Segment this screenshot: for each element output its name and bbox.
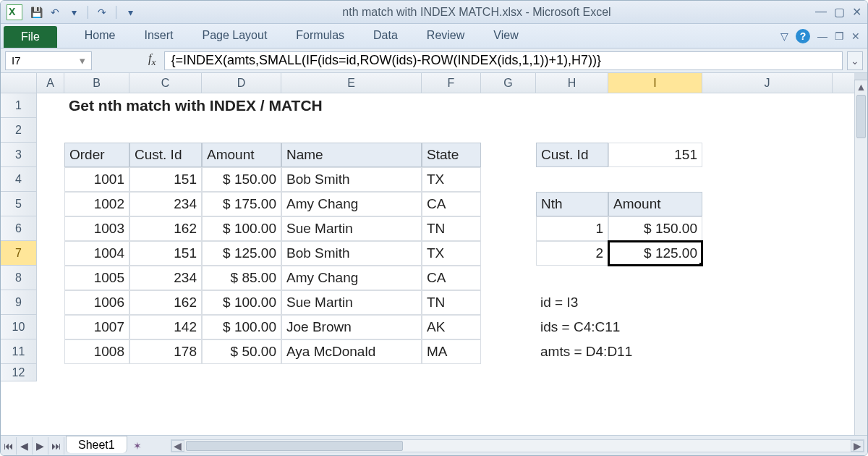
sheet-tab-sheet1[interactable]: Sheet1 — [66, 436, 127, 453]
minimize-icon[interactable]: — — [815, 5, 827, 19]
hscroll-thumb[interactable] — [186, 441, 403, 451]
tab-view[interactable]: View — [479, 25, 532, 48]
cell-D8[interactable]: $ 85.00 — [202, 266, 281, 290]
sheet-nav-prev-icon[interactable]: ◀ — [17, 437, 33, 455]
cell-G10[interactable] — [481, 315, 536, 339]
lookup-custid-value[interactable]: 151 — [608, 143, 702, 167]
header-state[interactable]: State — [422, 143, 481, 167]
cell-C9[interactable]: 162 — [129, 290, 202, 315]
cell-B11[interactable]: 1008 — [64, 339, 129, 364]
cell-A6[interactable] — [37, 216, 64, 241]
amount-label[interactable]: Amount — [608, 192, 702, 216]
cells-area[interactable]: Get nth match with INDEX / MATCH Order C… — [37, 93, 854, 436]
redo-icon[interactable]: ↷ — [94, 4, 110, 20]
tab-insert[interactable]: Insert — [129, 25, 187, 48]
col-header-J[interactable]: J — [702, 73, 833, 93]
cell-F8[interactable]: CA — [422, 266, 481, 290]
undo-icon[interactable]: ↶ — [47, 4, 63, 20]
col-header-C[interactable]: C — [129, 73, 202, 93]
vertical-scrollbar[interactable]: ▲ — [854, 73, 867, 436]
cell-G11[interactable] — [481, 339, 536, 364]
row-header-1[interactable]: 1 — [1, 93, 36, 118]
cell-E10[interactable]: Joe Brown — [281, 315, 422, 339]
nth-label[interactable]: Nth — [536, 192, 608, 216]
sheet-nav-last-icon[interactable]: ⏭ — [48, 437, 64, 455]
cell-C4[interactable]: 151 — [129, 167, 202, 192]
cell-A2[interactable] — [37, 118, 64, 143]
sheet-nav-next-icon[interactable]: ▶ — [33, 437, 48, 455]
col-header-D[interactable]: D — [202, 73, 281, 93]
cell-G5[interactable] — [481, 192, 536, 216]
cell-D11[interactable]: $ 50.00 — [202, 339, 281, 364]
row-header-5[interactable]: 5 — [1, 192, 36, 216]
row-header-8[interactable]: 8 — [1, 266, 36, 290]
window-close-doc-icon[interactable]: ✕ — [851, 30, 860, 42]
cell-D9[interactable]: $ 100.00 — [202, 290, 281, 315]
cell-B6[interactable]: 1003 — [64, 216, 129, 241]
cell-B5[interactable]: 1002 — [64, 192, 129, 216]
cell-C7[interactable]: 151 — [129, 241, 202, 266]
split-handle-icon[interactable] — [854, 73, 867, 80]
nth-1[interactable]: 1 — [536, 216, 608, 241]
formula-input[interactable]: {=INDEX(amts,SMALL(IF(ids=id,ROW(ids)-RO… — [164, 51, 843, 70]
cell-G9[interactable] — [481, 290, 536, 315]
col-header-F[interactable]: F — [422, 73, 481, 93]
row-header-9[interactable]: 9 — [1, 290, 36, 315]
window-restore-doc-icon[interactable]: ❐ — [835, 30, 844, 42]
cell-C11[interactable]: 178 — [129, 339, 202, 364]
tab-data[interactable]: Data — [359, 25, 412, 48]
cell-G7[interactable] — [481, 241, 536, 266]
scroll-right-icon[interactable]: ▶ — [851, 440, 864, 452]
col-header-A[interactable]: A — [37, 73, 64, 93]
cell-E4[interactable]: Bob Smith — [281, 167, 422, 192]
row-header-3[interactable]: 3 — [1, 143, 36, 167]
scroll-up-icon[interactable]: ▲ — [855, 80, 867, 93]
row-header-2[interactable]: 2 — [1, 118, 36, 143]
tab-file[interactable]: File — [4, 26, 57, 48]
cell-A7[interactable] — [37, 241, 64, 266]
col-header-B[interactable]: B — [64, 73, 129, 93]
cell-B4[interactable]: 1001 — [64, 167, 129, 192]
cell-A5[interactable] — [37, 192, 64, 216]
new-sheet-icon[interactable]: ✶ — [133, 440, 142, 452]
tab-review[interactable]: Review — [412, 25, 479, 48]
close-icon[interactable]: ✕ — [852, 5, 861, 19]
header-amount[interactable]: Amount — [202, 143, 281, 167]
qat-dropdown-icon[interactable]: ▾ — [122, 4, 138, 20]
cell-A11[interactable] — [37, 339, 64, 364]
col-header-H[interactable]: H — [536, 73, 608, 93]
help-icon[interactable]: ? — [796, 29, 810, 43]
cell-D4[interactable]: $ 150.00 — [202, 167, 281, 192]
undo-dropdown-icon[interactable]: ▾ — [66, 4, 82, 20]
sheet-nav-first-icon[interactable]: ⏮ — [1, 437, 17, 455]
cell-D6[interactable]: $ 100.00 — [202, 216, 281, 241]
header-name[interactable]: Name — [281, 143, 422, 167]
cell-D5[interactable]: $ 175.00 — [202, 192, 281, 216]
horizontal-scrollbar[interactable]: ◀ ▶ — [171, 439, 864, 452]
row-header-6[interactable]: 6 — [1, 216, 36, 241]
save-icon[interactable]: 💾 — [28, 4, 44, 20]
col-header-I[interactable]: I — [608, 73, 702, 93]
def-amts[interactable]: amts = D4:D11 — [536, 339, 702, 364]
row-header-7[interactable]: 7 — [1, 241, 36, 266]
cell-D10[interactable]: $ 100.00 — [202, 315, 281, 339]
scroll-left-icon[interactable]: ◀ — [171, 440, 184, 452]
row-header-11[interactable]: 11 — [1, 339, 36, 364]
maximize-icon[interactable]: ▢ — [834, 5, 845, 19]
lookup-custid-label[interactable]: Cust. Id — [536, 143, 608, 167]
cell-F10[interactable]: AK — [422, 315, 481, 339]
name-box-dropdown-icon[interactable]: ▾ — [80, 54, 85, 67]
cell-D7[interactable]: $ 125.00 — [202, 241, 281, 266]
cell-E8[interactable]: Amy Chang — [281, 266, 422, 290]
cell-B9[interactable]: 1006 — [64, 290, 129, 315]
cell-A10[interactable] — [37, 315, 64, 339]
tab-formulas[interactable]: Formulas — [281, 25, 359, 48]
def-id[interactable]: id = I3 — [536, 290, 702, 315]
cell-E5[interactable]: Amy Chang — [281, 192, 422, 216]
col-header-E[interactable]: E — [281, 73, 422, 93]
cell-B8[interactable]: 1005 — [64, 266, 129, 290]
sheet-title[interactable]: Get nth match with INDEX / MATCH — [64, 93, 621, 118]
cell-A3[interactable] — [37, 143, 64, 167]
window-minimize-doc-icon[interactable]: — — [817, 30, 827, 42]
ribbon-collapse-icon[interactable]: ▽ — [780, 30, 788, 42]
